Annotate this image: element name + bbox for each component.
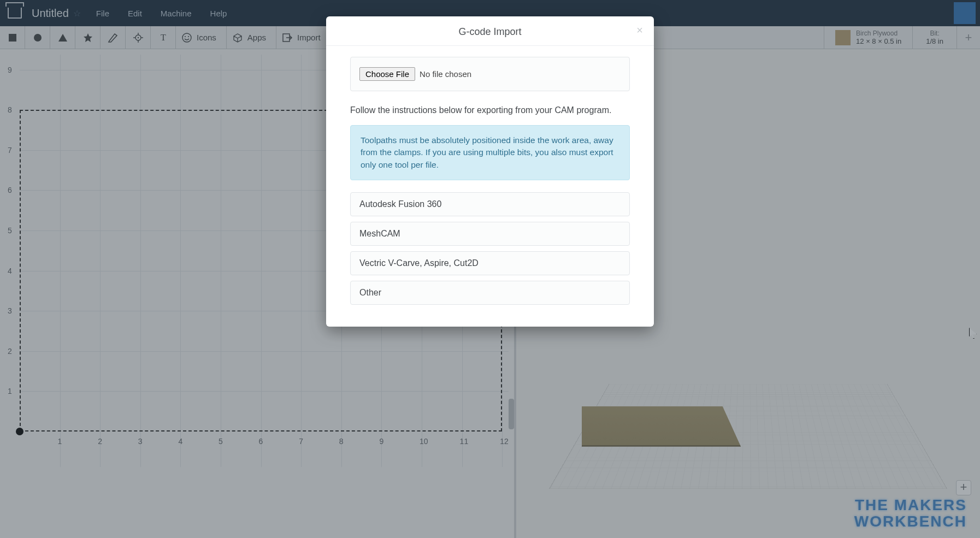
cam-option-other[interactable]: Other xyxy=(350,281,630,305)
cam-option-meshcam[interactable]: MeshCAM xyxy=(350,222,630,246)
gcode-import-modal: G-code Import × Choose File No file chos… xyxy=(326,16,654,327)
modal-title: G-code Import xyxy=(458,26,521,37)
cam-option-vectric[interactable]: Vectric V-Carve, Aspire, Cut2D xyxy=(350,251,630,275)
cam-option-fusion360[interactable]: Autodesk Fusion 360 xyxy=(350,192,630,216)
modal-notice: Toolpaths must be absolutely positioned … xyxy=(350,125,630,180)
modal-header: G-code Import × xyxy=(326,16,654,46)
choose-file-button[interactable]: Choose File xyxy=(359,67,415,81)
modal-instructions: Follow the instructions below for export… xyxy=(350,105,630,115)
modal-close-button[interactable]: × xyxy=(636,24,643,37)
file-chosen-status: No file chosen xyxy=(420,69,471,79)
file-drop-zone[interactable]: Choose File No file chosen xyxy=(350,57,630,91)
close-icon: × xyxy=(636,24,643,36)
